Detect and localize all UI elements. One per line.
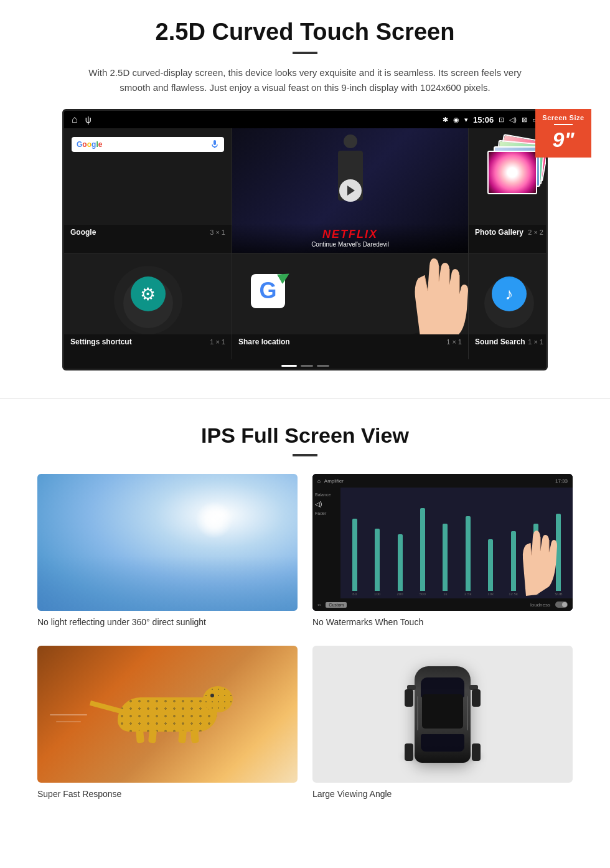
eq-bar-wrap-3: 200 bbox=[390, 493, 410, 596]
cheetah-leg-4 bbox=[178, 730, 187, 743]
sky-bottom bbox=[37, 556, 298, 611]
maps-icon: G bbox=[251, 274, 291, 314]
google-content: Google bbox=[64, 128, 232, 225]
section2-title: IPS Full Screen View bbox=[37, 423, 573, 448]
cheetah-leg-3 bbox=[190, 730, 199, 743]
maps-icon-bg: G bbox=[251, 274, 285, 308]
motion-line-2 bbox=[56, 721, 81, 722]
share-content: G bbox=[232, 253, 468, 334]
character-figure bbox=[332, 134, 369, 215]
car-roof-panel bbox=[422, 694, 463, 729]
feature-sunlight: No light reflecting under 360° direct su… bbox=[37, 474, 298, 627]
cheetah-leg-2 bbox=[148, 730, 157, 743]
status-time: 15:06 bbox=[473, 115, 494, 125]
eq-back-btn[interactable]: ‹‹ bbox=[317, 602, 321, 608]
eq-bar-7 bbox=[488, 539, 493, 591]
eq-bar-wrap-4: 500 bbox=[412, 493, 433, 596]
feature-car: Large Viewing Angle bbox=[312, 646, 573, 799]
car-door-line-left bbox=[417, 696, 418, 730]
eq-bar-4 bbox=[420, 508, 425, 591]
netflix-logo: NETFLIX bbox=[238, 228, 462, 241]
hand-container bbox=[393, 253, 468, 334]
feature-equalizer: ⌂ Amplifier 17:33 Balance ◁) Fader 60 bbox=[312, 474, 573, 627]
sound-label-bar: Sound Search 1 × 1 bbox=[469, 334, 548, 349]
eq-home-icon: ⌂ bbox=[317, 478, 321, 484]
eq-volume-icon: ◁) bbox=[315, 501, 338, 507]
sound-app-name: Sound Search bbox=[475, 337, 525, 346]
eq-bar-wrap-5: 1k bbox=[435, 493, 456, 596]
maps-arrow bbox=[277, 268, 293, 284]
eq-bar-label-4: 500 bbox=[420, 592, 426, 596]
google-cell[interactable]: Google Google bbox=[64, 128, 232, 253]
cheetah-body bbox=[118, 697, 217, 732]
eq-bar-label-1: 60 bbox=[352, 592, 357, 596]
sunlight-caption: No light reflecting under 360° direct su… bbox=[37, 617, 298, 627]
car-door-line-right bbox=[467, 696, 468, 730]
share-label-bar: Share location 1 × 1 bbox=[232, 334, 468, 349]
cheetah-eye bbox=[210, 694, 214, 697]
eq-bar-5 bbox=[443, 524, 448, 591]
google-app-name: Google bbox=[70, 228, 96, 237]
cheetah-spots bbox=[118, 697, 217, 732]
eq-custom-btn[interactable]: Custom bbox=[326, 602, 347, 608]
google-app-size: 3 × 1 bbox=[210, 229, 225, 236]
feature-cheetah: Super Fast Response bbox=[37, 646, 298, 799]
section-divider bbox=[0, 398, 610, 399]
sunlight-visual bbox=[37, 474, 298, 611]
badge-underline bbox=[554, 124, 573, 125]
eq-left-panel: Balance ◁) Fader bbox=[312, 488, 340, 598]
share-location-cell[interactable]: G bbox=[232, 253, 469, 359]
settings-cell[interactable]: ⚙ Settings shortcut 1 × 1 bbox=[64, 253, 232, 359]
eq-bar-wrap-6: 2.5k bbox=[458, 493, 478, 596]
sunlight-image bbox=[37, 474, 298, 611]
sun-flare bbox=[195, 501, 233, 539]
netflix-subtitle: Continue Marvel's Daredevil bbox=[238, 241, 462, 248]
car-body-main bbox=[415, 666, 471, 763]
location-icon: ◉ bbox=[453, 116, 459, 124]
sound-search-cell[interactable]: ♪ Sound Search 1 × 1 bbox=[469, 253, 548, 359]
eq-bar-label-2: 100 bbox=[374, 592, 380, 596]
maps-g: G bbox=[259, 278, 276, 304]
settings-app-name: Settings shortcut bbox=[70, 337, 132, 346]
eq-bar-wrap-1: 60 bbox=[344, 493, 365, 596]
netflix-bg: NETFLIX Continue Marvel's Daredevil bbox=[232, 128, 468, 253]
home-icon[interactable]: ⌂ bbox=[72, 114, 78, 125]
eq-header: ⌂ Amplifier 17:33 bbox=[312, 474, 573, 488]
wheel-fr bbox=[472, 689, 481, 707]
device-mockup: Screen Size 9" ⌂ ψ ✱ ◉ ▾ 15:06 ⊡ ◁) ⊠ bbox=[62, 109, 548, 370]
section1-description: With 2.5D curved-display screen, this de… bbox=[81, 65, 529, 95]
cheetah-head bbox=[203, 686, 233, 712]
pagination-dots bbox=[64, 359, 546, 370]
settings-label-bar: Settings shortcut 1 × 1 bbox=[64, 334, 232, 349]
play-triangle bbox=[347, 186, 355, 196]
svg-rect-0 bbox=[214, 140, 216, 145]
photo-main bbox=[487, 151, 537, 194]
cheetah-leg-1 bbox=[136, 730, 144, 743]
netflix-overlay: NETFLIX Continue Marvel's Daredevil bbox=[232, 223, 468, 253]
wifi-icon: ▾ bbox=[464, 116, 468, 124]
google-search-bar[interactable]: Google bbox=[72, 137, 224, 152]
cheetah-head-spots bbox=[203, 686, 233, 712]
mic-icon[interactable] bbox=[210, 140, 219, 149]
cheetah-tail bbox=[90, 701, 124, 714]
usb-icon: ψ bbox=[85, 115, 92, 125]
equalizer-caption: No Watermarks When Touch bbox=[312, 617, 573, 627]
eq-toggle[interactable] bbox=[555, 601, 568, 608]
section1-title: 2.5D Curved Touch Screen bbox=[37, 19, 573, 45]
cheetah-torso bbox=[118, 697, 217, 732]
eq-bar-1 bbox=[352, 519, 357, 591]
eq-loudness-label: loudness bbox=[530, 602, 550, 608]
car-mirror-right bbox=[469, 685, 478, 690]
netflix-cell[interactable]: NETFLIX Continue Marvel's Daredevil Netf… bbox=[232, 128, 469, 253]
play-button[interactable] bbox=[339, 179, 362, 202]
screen-size-badge: Screen Size 9" bbox=[535, 109, 591, 158]
settings-icon: ⚙ bbox=[131, 276, 166, 311]
wheel-fl bbox=[405, 689, 413, 707]
app-grid-row1: Google Google bbox=[64, 128, 546, 253]
settings-gear-icon: ⚙ bbox=[140, 284, 156, 304]
cheetah-caption: Super Fast Response bbox=[37, 789, 298, 799]
sound-shadow1 bbox=[484, 278, 534, 328]
cheetah-visual bbox=[37, 646, 298, 783]
eq-bar-2 bbox=[375, 529, 380, 591]
eq-title: Amplifier bbox=[324, 478, 344, 484]
